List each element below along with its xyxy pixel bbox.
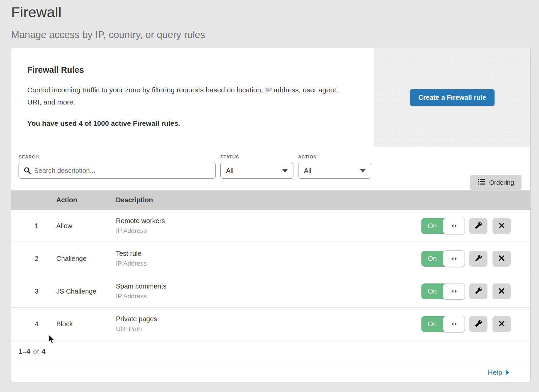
action-select-value: All	[304, 167, 311, 175]
x-icon	[499, 255, 505, 262]
rule-enabled-toggle[interactable]: On	[421, 251, 464, 267]
wrench-icon	[475, 287, 482, 295]
rule-description: Test rule	[116, 250, 421, 258]
pagination-total: 4	[42, 348, 46, 356]
delete-rule-button[interactable]	[493, 251, 511, 267]
page-title: Firewall	[11, 4, 539, 21]
rule-description: Spam comments	[116, 282, 421, 290]
usage-text: You have used 4 of 1000 active Firewall …	[27, 119, 358, 127]
toggle-arrows-icon[interactable]	[443, 283, 465, 300]
pagination: 1–4 of 4	[11, 340, 530, 363]
help-row: Help	[11, 363, 530, 382]
rule-action: Challenge	[56, 255, 116, 263]
rule-priority: 1	[11, 222, 56, 230]
page-subtitle: Manage access by IP, country, or query r…	[11, 29, 539, 40]
edit-rule-button[interactable]	[469, 251, 487, 267]
rule-description: Remote workers	[116, 217, 421, 225]
chevron-down-icon	[360, 169, 366, 173]
info-section: Firewall Rules Control incoming traffic …	[11, 48, 530, 147]
pagination-of-label: of	[33, 348, 39, 356]
rule-match-type: IP Address	[116, 293, 421, 300]
edit-rule-button[interactable]	[469, 316, 487, 332]
info-text-block: Firewall Rules Control incoming traffic …	[11, 48, 374, 147]
rule-action: Block	[56, 320, 116, 328]
wrench-icon	[475, 222, 482, 230]
rule-match-type: URI Path	[116, 325, 421, 333]
wrench-icon	[475, 320, 482, 328]
table-row: 1 Allow Remote workers IP Address On	[11, 210, 530, 242]
delete-rule-button[interactable]	[493, 316, 511, 332]
status-select[interactable]: All	[220, 163, 293, 179]
status-select-value: All	[226, 167, 233, 175]
rule-action: Allow	[56, 222, 116, 230]
rule-priority: 3	[11, 288, 56, 295]
rule-enabled-toggle[interactable]: On	[421, 316, 464, 332]
filter-section: SEARCH STATUS All ACTION All	[11, 147, 530, 190]
ordering-button-label: Ordering	[489, 179, 514, 186]
create-rule-aside: Create a Firewall rule	[374, 48, 530, 147]
status-label: STATUS	[220, 154, 293, 159]
rule-enabled-toggle[interactable]: On	[421, 283, 464, 299]
delete-rule-button[interactable]	[493, 218, 511, 234]
toggle-on-label: On	[421, 222, 443, 230]
wrench-icon	[475, 254, 482, 263]
card-description: Control incoming traffic to your zone by…	[27, 84, 347, 108]
toggle-on-label: On	[421, 255, 443, 263]
action-label: ACTION	[298, 154, 371, 159]
ordering-button[interactable]: Ordering	[470, 175, 521, 190]
table-row: 4 Block Private pages URI Path On	[11, 308, 530, 340]
toggle-arrows-icon[interactable]	[443, 250, 465, 267]
rule-priority: 2	[11, 255, 56, 263]
toggle-on-label: On	[421, 288, 443, 295]
rule-priority: 4	[11, 320, 56, 328]
x-icon	[499, 222, 505, 230]
edit-rule-button[interactable]	[469, 218, 487, 234]
caret-right-icon	[506, 370, 509, 375]
card-heading: Firewall Rules	[27, 65, 358, 75]
column-header-action: Action	[56, 196, 116, 204]
page-header: Firewall Manage access by IP, country, o…	[0, 0, 539, 40]
toggle-arrows-icon[interactable]	[443, 316, 465, 332]
table-header: Action Description	[11, 190, 530, 210]
action-select[interactable]: All	[298, 163, 371, 179]
toggle-on-label: On	[421, 320, 443, 328]
firewall-rules-card: Firewall Rules Control incoming traffic …	[11, 48, 530, 382]
chevron-down-icon	[282, 169, 288, 173]
delete-rule-button[interactable]	[493, 283, 511, 299]
x-icon	[499, 288, 505, 295]
x-icon	[499, 321, 505, 328]
toggle-arrows-icon[interactable]	[443, 218, 465, 234]
rule-match-type: IP Address	[116, 260, 421, 267]
search-label: SEARCH	[19, 154, 216, 159]
rule-match-type: IP Address	[116, 227, 421, 235]
create-firewall-rule-button[interactable]: Create a Firewall rule	[410, 89, 495, 106]
pagination-range: 1–4	[19, 348, 30, 356]
rule-action: JS Challenge	[56, 288, 116, 295]
rule-enabled-toggle[interactable]: On	[421, 218, 464, 234]
list-icon	[478, 179, 485, 186]
table-row: 3 JS Challenge Spam comments IP Address …	[11, 275, 530, 308]
table-row: 2 Challenge Test rule IP Address On	[11, 242, 530, 275]
edit-rule-button[interactable]	[469, 283, 487, 299]
search-box	[19, 163, 216, 179]
rule-description: Private pages	[116, 315, 421, 323]
search-input[interactable]	[19, 163, 216, 179]
column-header-description: Description	[116, 196, 530, 204]
help-link[interactable]: Help	[488, 368, 509, 376]
help-link-label: Help	[488, 368, 502, 376]
